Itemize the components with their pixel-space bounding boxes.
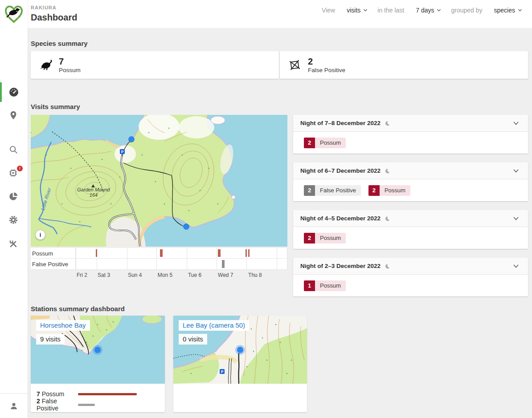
species-card-possum: 7 Possum: [31, 51, 279, 79]
search-icon: [8, 145, 18, 154]
station-map: P Lee Bay (camera 50) 0 visits: [173, 316, 307, 384]
tools-icon: [8, 239, 18, 248]
chevron-down-icon[interactable]: [513, 215, 519, 222]
timeline-gridline: [127, 248, 127, 258]
timeline-event-tick: [248, 249, 250, 257]
night-card-body: 2 Possum: [293, 132, 528, 154]
possum-icon: [39, 59, 53, 71]
station-marker-horseshoe-bay[interactable]: [184, 224, 189, 230]
station-marker[interactable]: [94, 347, 101, 353]
station-visit-count: 0 visits: [179, 334, 207, 345]
station-visit-count: 9 visits: [36, 334, 65, 345]
station-name-link[interactable]: Horseshoe Bay: [36, 320, 90, 331]
visits-map-column: Garden Mound 164 Little River P: [31, 115, 287, 280]
timeline-axis-label: Wed 7: [218, 272, 233, 278]
night-title: Night of 4–5 December 2022: [300, 215, 381, 222]
group-dropdown[interactable]: species: [494, 7, 522, 14]
sidebar-item-devices[interactable]: !: [8, 168, 19, 179]
timeline-gridline: [97, 259, 97, 269]
map-pin-icon: [8, 110, 18, 120]
station-card-lee-bay: P Lee Bay (camera 50) 0 visits: [173, 316, 307, 412]
timeline-axis-label: Tue 6: [188, 272, 201, 278]
timeline-gridline: [277, 248, 277, 258]
view-type-dropdown[interactable]: visits: [347, 7, 368, 14]
stat-row-false-positive: 2 False Positive: [37, 399, 158, 410]
sidebar-item-dashboard[interactable]: [8, 87, 19, 97]
view-label: View: [322, 7, 335, 14]
timeline-row-label: False Positive: [31, 259, 75, 269]
moon-icon: [384, 120, 390, 126]
map-info-button[interactable]: i: [35, 230, 45, 240]
station-marker-lee-bay[interactable]: [129, 137, 135, 142]
alert-badge: !: [17, 166, 23, 171]
gear-icon: [8, 215, 18, 225]
visits-summary-heading: Visits summary: [31, 103, 528, 110]
species-label: Possum: [59, 67, 81, 73]
sidebar-item-map[interactable]: [8, 110, 19, 121]
species-badge-possum: 2 Possum: [304, 233, 346, 243]
night-card: Night of 6–7 December 2022 2 False Posit…: [293, 162, 528, 201]
timeline-axis: Fri 2Sat 3Sun 4Mon 5Tue 6Wed 7Thu 8: [75, 270, 287, 280]
timeline-grid: [75, 259, 287, 269]
person-icon: [9, 401, 19, 411]
timeline-row-false-positive: False Positive: [31, 259, 287, 270]
stat-bar-possum: [78, 393, 137, 395]
night-card: Night of 4–5 December 2022 2 Possum: [293, 210, 528, 249]
stat-bar-false-positive: [78, 404, 95, 406]
station-name-link[interactable]: Lee Bay (camera 50): [179, 320, 249, 331]
night-title: Night of 6–7 December 2022: [300, 167, 381, 174]
night-card-header[interactable]: Night of 2–3 December 2022: [293, 258, 528, 275]
species-summary-heading: Species summary: [31, 40, 528, 47]
topbar: RAKIURA Dashboard View visits in the las…: [28, 0, 532, 28]
view-controls: View visits in the last 7 days grouped b…: [322, 0, 522, 20]
timeline-gridline: [156, 248, 157, 258]
timeline-row-label: Possum: [31, 248, 75, 258]
night-card-body: 2 Possum: [293, 227, 528, 249]
chevron-down-icon[interactable]: [513, 120, 519, 126]
species-badge-possum: 2 Possum: [304, 138, 346, 148]
station-card-horseshoe-bay: Horseshoe Bay 9 visits 7 Possum 2 False …: [31, 316, 165, 412]
species-badge-false-positive: 2 False Positive: [304, 185, 361, 196]
sidebar-account[interactable]: [0, 393, 28, 418]
night-title: Night of 2–3 December 2022: [300, 263, 381, 269]
svg-text:P: P: [121, 150, 124, 154]
main-area: RAKIURA Dashboard View visits in the las…: [28, 0, 532, 418]
sidebar-item-settings[interactable]: [8, 215, 19, 226]
timeline-event-tick: [246, 249, 247, 257]
chevron-down-icon[interactable]: [513, 168, 519, 174]
species-badge-possum: 1 Possum: [304, 280, 346, 291]
map-label-elevation: 164: [90, 192, 98, 198]
app-logo[interactable]: [0, 0, 28, 28]
chevron-down-icon: [437, 8, 441, 12]
night-card-header[interactable]: Night of 7–8 December 2022: [293, 115, 528, 132]
timeline-gridline: [277, 259, 277, 269]
map-label-garden-mound: Garden Mound: [77, 187, 110, 192]
chevron-down-icon[interactable]: [513, 263, 519, 269]
moon-icon: [384, 215, 390, 222]
timeline-axis-label: Mon 5: [158, 272, 172, 278]
timeline-gridline: [156, 259, 157, 269]
species-summary-row: 7 Possum 2 False Positive: [31, 51, 528, 79]
chevron-down-icon: [518, 8, 522, 12]
sidebar-item-reports[interactable]: [8, 191, 19, 202]
night-card-body: 2 False Positive 2 Possum: [293, 179, 528, 201]
timeline-gridline: [76, 248, 76, 258]
stations-summary-heading: Stations summary dashboard: [31, 305, 528, 312]
night-card-header[interactable]: Night of 4–5 December 2022: [293, 210, 528, 227]
timeline-axis-label: Sun 4: [128, 272, 142, 278]
sidebar-item-tools[interactable]: [8, 239, 19, 249]
sidebar-item-search[interactable]: [8, 145, 19, 155]
org-name: RAKIURA: [31, 5, 77, 10]
topo-map-canvas: Garden Mound 164 Little River P: [31, 115, 287, 247]
station-stats: 7 Possum 2 False Positive: [31, 384, 165, 410]
moon-icon: [384, 263, 390, 269]
period-dropdown[interactable]: 7 days: [416, 7, 441, 14]
visits-map[interactable]: Garden Mound 164 Little River P: [31, 115, 287, 247]
station-marker[interactable]: [237, 347, 243, 353]
timeline-axis-label: Sat 3: [98, 272, 110, 278]
timeline-gridline: [217, 248, 217, 258]
content: Species summary 7 Possum: [28, 28, 532, 418]
active-nav-indicator: [0, 82, 2, 102]
station-map: Horseshoe Bay 9 visits: [31, 316, 165, 384]
night-card-header[interactable]: Night of 6–7 December 2022: [293, 162, 528, 179]
